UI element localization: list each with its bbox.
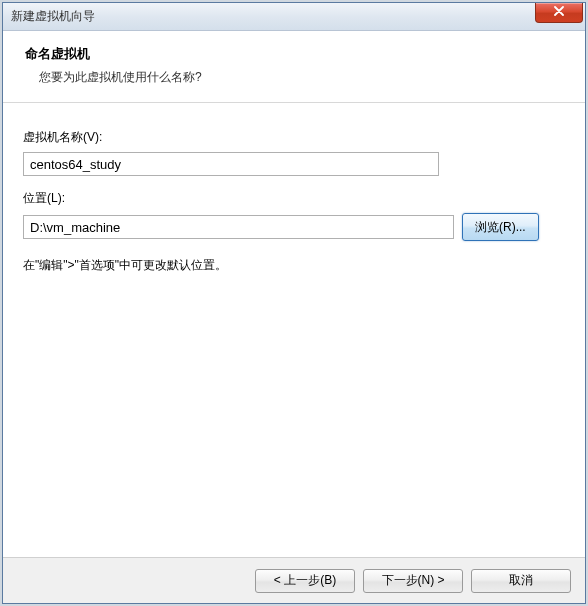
next-button[interactable]: 下一步(N) >: [363, 569, 463, 593]
wizard-content: 虚拟机名称(V): 位置(L): 浏览(R)... 在"编辑">"首选项"中可更…: [3, 103, 585, 571]
page-title: 命名虚拟机: [25, 45, 563, 63]
cancel-button[interactable]: 取消: [471, 569, 571, 593]
wizard-header: 命名虚拟机 您要为此虚拟机使用什么名称?: [3, 31, 585, 103]
location-hint: 在"编辑">"首选项"中可更改默认位置。: [23, 257, 565, 274]
back-button[interactable]: < 上一步(B): [255, 569, 355, 593]
vm-name-input[interactable]: [23, 152, 439, 176]
window-title: 新建虚拟机向导: [11, 8, 95, 25]
page-subtitle: 您要为此虚拟机使用什么名称?: [25, 69, 563, 86]
vm-name-label: 虚拟机名称(V):: [23, 129, 565, 146]
vm-location-label: 位置(L):: [23, 190, 565, 207]
close-button[interactable]: [535, 3, 583, 23]
titlebar: 新建虚拟机向导: [3, 3, 585, 31]
close-icon: [553, 5, 565, 19]
wizard-window: 新建虚拟机向导 命名虚拟机 您要为此虚拟机使用什么名称? 虚拟机名称(V): 位…: [2, 2, 586, 604]
wizard-footer: < 上一步(B) 下一步(N) > 取消: [3, 557, 585, 603]
vm-location-input[interactable]: [23, 215, 454, 239]
browse-button[interactable]: 浏览(R)...: [462, 213, 539, 241]
